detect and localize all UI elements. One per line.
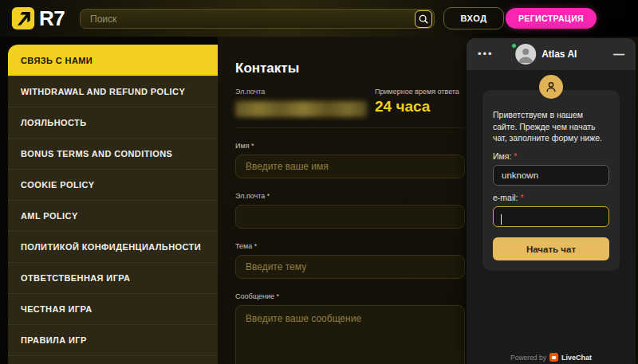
- agent-avatar: [515, 44, 536, 65]
- chat-prechat-card: Приветствуем в нашем сайте. Прежде чем н…: [482, 90, 620, 271]
- chat-widget: ••• Atlas AI — Приветствуем в нашем сайт…: [467, 38, 636, 364]
- text-caret: [501, 214, 502, 225]
- sidebar-item-responsible-gaming[interactable]: ОТВЕТСТВЕННАЯ ИГРА: [8, 262, 218, 293]
- sidebar-item-withdrawal-policy[interactable]: WITHDRAWAL AND REFUND POLICY: [8, 76, 218, 107]
- livechat-brand[interactable]: LiveChat: [561, 354, 592, 362]
- response-time-label: Примерное время ответа: [375, 88, 459, 96]
- chat-form-avatar-icon: [539, 75, 563, 99]
- chat-name-input[interactable]: [493, 165, 609, 186]
- sidebar: СВЯЗЬ С НАМИ WITHDRAWAL AND REFUND POLIC…: [8, 45, 218, 364]
- logo[interactable]: R7: [11, 6, 65, 31]
- online-status-dot: [511, 43, 517, 49]
- register-button[interactable]: РЕГИСТРАЦИЯ: [506, 8, 597, 29]
- sidebar-item-cookie-policy[interactable]: COOKIE POLICY: [8, 169, 218, 200]
- chat-email-input[interactable]: [493, 206, 609, 227]
- sidebar-item-partial[interactable]: [8, 355, 218, 364]
- chat-name-label-text: Имя:: [493, 151, 511, 161]
- name-field[interactable]: [235, 155, 465, 178]
- contact-email-redacted: [235, 101, 367, 117]
- contact-info-row: Эл.почта Примерное время ответа 24 часа: [235, 88, 465, 117]
- message-field[interactable]: [235, 305, 465, 364]
- sidebar-item-privacy-policy[interactable]: ПОЛИТИКОЙ КОНФИДЕНЦИАЛЬНОСТИ: [8, 231, 218, 262]
- chat-welcome-text: Приветствуем в нашем сайте. Прежде чем н…: [493, 109, 609, 144]
- start-chat-button[interactable]: Начать чат: [493, 237, 609, 260]
- minimize-icon[interactable]: —: [613, 51, 624, 57]
- search-bar: [80, 9, 435, 29]
- response-time-value: 24 часа: [375, 98, 459, 115]
- livechat-icon: [549, 353, 558, 362]
- required-asterisk: *: [520, 193, 523, 202]
- contact-email-label: Эл.почта: [235, 88, 375, 96]
- r7-logo-icon: [11, 6, 35, 30]
- subject-field[interactable]: [235, 255, 465, 279]
- sidebar-item-bonus-terms[interactable]: BONUS TERMS AND CONDITIONS: [8, 138, 218, 169]
- sidebar-item-fair-play[interactable]: ЧЕСТНАЯ ИГРА: [8, 293, 218, 324]
- required-asterisk: *: [514, 151, 517, 161]
- top-bar: R7 ВХОД РЕГИСТРАЦИЯ: [0, 0, 638, 37]
- search-button[interactable]: [415, 10, 432, 28]
- chat-email-label: e-mail: *: [493, 193, 609, 202]
- login-button[interactable]: ВХОД: [443, 7, 504, 29]
- chat-menu-icon[interactable]: •••: [478, 50, 494, 58]
- chat-name-label: Имя: *: [493, 151, 609, 161]
- sidebar-item-contact[interactable]: СВЯЗЬ С НАМИ: [8, 45, 218, 76]
- powered-by-label: Powered by: [510, 354, 546, 362]
- divider: [235, 127, 465, 128]
- search-icon: [419, 14, 428, 24]
- search-input[interactable]: [80, 9, 435, 29]
- chat-title-group: Atlas AI: [515, 44, 577, 65]
- logo-text: R7: [39, 6, 65, 31]
- chat-footer: Powered by LiveChat: [467, 353, 636, 362]
- sidebar-item-loyalty[interactable]: ЛОЯЛЬНОСТЬ: [8, 107, 218, 138]
- email-field[interactable]: [235, 205, 465, 229]
- chat-agent-name: Atlas AI: [542, 49, 577, 60]
- chat-email-label-text: e-mail:: [493, 193, 518, 202]
- chat-header: ••• Atlas AI —: [467, 38, 636, 70]
- sidebar-item-aml-policy[interactable]: AML POLICY: [8, 200, 218, 231]
- sidebar-item-game-rules[interactable]: ПРАВИЛА ИГР: [8, 324, 218, 355]
